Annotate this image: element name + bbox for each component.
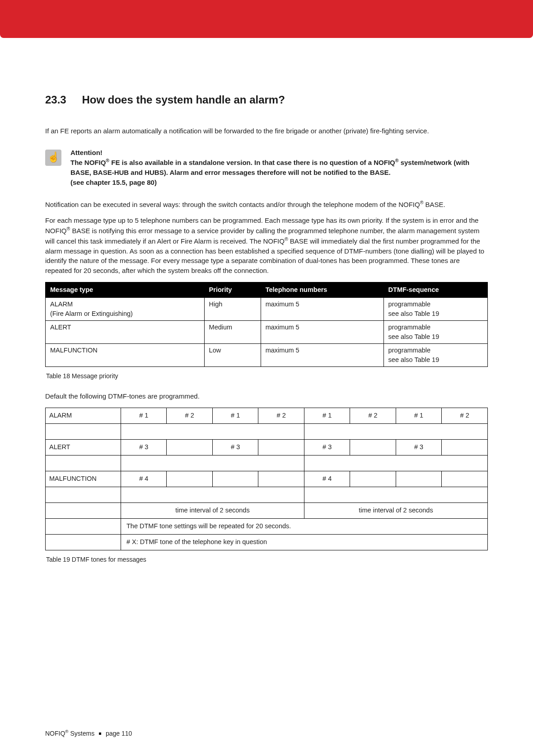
section-title-text: How does the system handle an alarm? xyxy=(82,94,285,106)
table-19-caption: Table 19 DTMF tones for messages xyxy=(46,555,488,564)
col-dtmf: DTMF-sequence xyxy=(383,282,487,297)
priority-explanation-paragraph: For each message type up to 5 telephone … xyxy=(45,216,488,276)
attention-callout: Attention! The NOFIQ® FE is also availab… xyxy=(45,148,488,188)
table-row xyxy=(46,423,488,439)
page-footer: NOFIQ® Systems page 110 xyxy=(45,728,132,738)
message-priority-table: Message type Priority Telephone numbers … xyxy=(45,282,488,367)
table-row: ALERT # 3 # 3 # 3 # 3 xyxy=(46,439,488,455)
dtmf-tones-table: ALARM # 1 # 2 # 1 # 2 # 1 # 2 # 1 # 2 AL… xyxy=(45,408,488,550)
intro-paragraph: If an FE reports an alarm automatically … xyxy=(45,126,488,136)
col-priority: Priority xyxy=(204,282,261,297)
table-row xyxy=(46,455,488,471)
table-row: # X: DTMF tone of the telephone key in q… xyxy=(46,534,488,550)
table-row: MALFUNCTION Low maximum 5 programmablese… xyxy=(46,343,488,366)
section-number: 23.3 xyxy=(45,92,66,108)
page-number: page 110 xyxy=(106,730,132,737)
notification-paragraph: Notification can be executed in several … xyxy=(45,199,488,210)
separator-square-icon xyxy=(99,733,101,735)
table-row: MALFUNCTION # 4 # 4 xyxy=(46,471,488,487)
table-row: The DTMF tone settings will be repeated … xyxy=(46,518,488,534)
brand-header-bar xyxy=(0,0,533,38)
dtmf-intro: Default the following DTMF-tones are pro… xyxy=(45,391,488,401)
pointing-hand-icon xyxy=(45,150,61,166)
attention-text: Attention! The NOFIQ® FE is also availab… xyxy=(70,148,488,188)
table-row: time interval of 2 seconds time interval… xyxy=(46,502,488,518)
table-row: ALARM # 1 # 2 # 1 # 2 # 1 # 2 # 1 # 2 xyxy=(46,408,488,423)
table-row: ALARM(Fire Alarm or Extinguishing) High … xyxy=(46,297,488,320)
table-row xyxy=(46,487,488,502)
col-telephone: Telephone numbers xyxy=(261,282,383,297)
table-row: ALERT Medium maximum 5 programmablesee a… xyxy=(46,320,488,343)
col-message-type: Message type xyxy=(46,282,205,297)
table-18-caption: Table 18 Message priority xyxy=(46,371,488,380)
attention-heading: Attention! xyxy=(70,149,103,156)
section-heading: 23.3 How does the system handle an alarm… xyxy=(45,92,488,108)
